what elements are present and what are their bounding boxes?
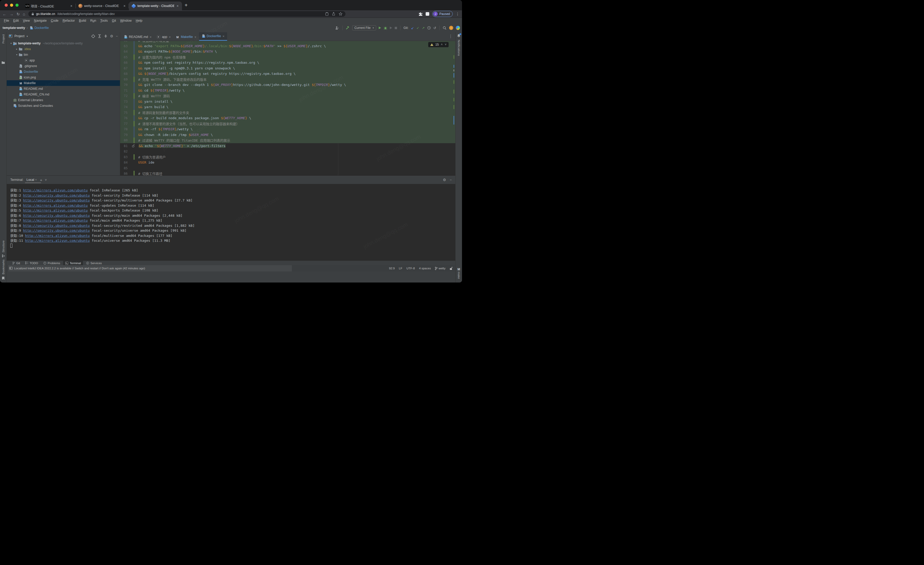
tree-item-template-wetty[interactable]: ▾template-wetty~/workspace/template-wett… [7,41,120,46]
structure-icon[interactable] [2,254,5,257]
expand-all-icon[interactable] [98,34,101,38]
code-line-71[interactable]: 71&& cd ${TMPDIR}/wetty \ [120,88,455,93]
terminal-link[interactable]: http://security.ubuntu.com/ubuntu [23,224,90,228]
tab-close-icon[interactable]: × [169,35,171,39]
code-line-82[interactable]: 82 [120,149,455,154]
code-line-63[interactable]: 63&& echo "export PATH=${USER_HOME}/.loc… [120,44,455,49]
tab-close-icon[interactable]: × [123,4,126,8]
editor-tab-README.md[interactable]: MDREADME.md× [121,33,154,41]
collapse-all-icon[interactable] [104,34,108,38]
new-terminal-icon[interactable]: + [40,178,42,182]
code-line-62[interactable]: 62# 设置路径环境变量 [120,41,455,44]
terminal-link[interactable]: http://mirrors.aliyun.com/ubuntu [23,204,87,207]
terminal-link[interactable]: http://mirrors.aliyun.com/ubuntu [23,209,87,212]
editor-tab-options-icon[interactable]: ⋮ [448,34,453,39]
toolwindow-terminal[interactable]: Terminal [63,261,83,266]
history-clock-icon[interactable] [427,26,431,30]
menu-code[interactable]: Code [49,18,60,23]
tree-item-ScratchesandConsoles[interactable]: Scratches and Consoles [7,103,120,109]
editor-tab-Dockerfile[interactable]: DDockerfile× [199,32,227,41]
share-icon[interactable] [332,12,335,16]
profile-chip[interactable]: J Paused [432,11,453,17]
tool-stripe-project[interactable]: Project [2,34,5,44]
close-icon[interactable]: × [35,178,37,182]
menu-edit[interactable]: Edit [11,18,21,23]
code-line-79[interactable]: 79&& chown -R ide:ide /tmp $USER_HOME \ [120,132,455,138]
url-bar[interactable]: go.titanide.cn/ide/web/coding/template-w… [28,11,345,17]
back-icon[interactable]: ← [3,12,6,16]
code-line-81[interactable]: 81&& echo "${WETTY_HOME}" > /etc/port-fi… [120,143,455,149]
clipboard-icon[interactable] [326,12,328,16]
terminal-link[interactable]: http://security.ubuntu.com/ubuntu [23,213,90,218]
terminal-link[interactable]: http://security.ubuntu.com/ubuntu [23,198,90,202]
code-line-85[interactable]: 85 [120,165,455,171]
tree-item-app[interactable]: app [7,57,120,63]
menu-file[interactable]: File [2,18,11,23]
rollback-icon[interactable]: ↺ [434,26,436,30]
side-panel-icon[interactable] [426,12,429,16]
editor-code-area[interactable]: 62# 设置路径环境变量63&& echo "export PATH=${USE… [120,41,455,176]
build-hammer-icon[interactable] [346,26,350,30]
terminal-link[interactable]: http://security.ubuntu.com/ubuntu [23,194,90,197]
code-line-75[interactable]: 75# 将源码复制到最终部署的文件夹 [120,110,455,116]
chevron-down-icon[interactable]: ▾ [27,35,28,38]
tab-close-icon[interactable]: × [176,4,179,8]
tab-close-icon[interactable]: × [70,4,73,8]
coverage-button[interactable] [390,27,392,29]
menu-git[interactable]: Git [110,18,118,23]
menu-run[interactable]: Run [88,18,98,23]
new-tab-button[interactable]: + [184,2,188,8]
toolwindow-todo[interactable]: TODO [23,261,40,266]
terminal-link[interactable]: http://mirrors.aliyun.com/ubuntu [23,218,87,222]
toolwindow-services[interactable]: Services [84,261,104,266]
extensions-puzzle-icon[interactable] [418,12,423,16]
project-panel-title[interactable]: Project [14,34,24,38]
bookmark-star-icon[interactable] [339,12,342,16]
terminal-dropdown-icon[interactable]: ˅ [45,178,47,182]
forward-icon[interactable]: → [9,12,14,16]
code-line-74[interactable]: 74&& yarn build \ [120,104,455,110]
tab-close-icon[interactable]: × [150,35,152,39]
cloudide-logo-icon[interactable] [456,26,460,30]
terminal-link[interactable]: http://mirrors.aliyun.com/ubuntu [25,239,90,242]
tab-close-icon[interactable]: × [222,34,225,38]
browser-tab[interactable]: wetty-source - CloudIDE× [76,2,129,11]
inspections-widget[interactable]: 15 ˄ ˅ [428,42,448,47]
tree-item-.gitignore[interactable]: .gitignore [7,63,120,69]
user-settings-icon[interactable] [335,26,339,30]
menu-view[interactable]: View [21,18,32,23]
toolwindow-problems[interactable]: Problems [41,261,62,266]
breadcrumb-project[interactable]: template-wetty [3,26,25,30]
file-encoding[interactable]: UTF-8 [406,267,415,270]
tab-close-icon[interactable]: × [194,35,196,39]
code-line-70[interactable]: 70&& git clone --branch dev --depth 1 ${… [120,82,455,88]
status-message[interactable]: Localized IntelliJ IDEA 2022.2.2 is avai… [14,267,145,270]
terminal-minimize-icon[interactable]: − [450,178,452,182]
close-window-button[interactable] [4,4,8,7]
tool-stripe-structure[interactable]: Structure [2,240,5,252]
code-line-64[interactable]: 64&& export PATH=${NODE_HOME}/bin:$PATH … [120,49,455,54]
terminal-output[interactable]: 获取:1 http://mirrors.aliyun.com/ubuntu fo… [7,184,455,261]
status-message-strip[interactable]: Localized IntelliJ IDEA 2022.2.2 is avai… [8,265,292,271]
tree-item-bin[interactable]: ▾bin [7,52,120,57]
terminal-link[interactable]: http://security.ubuntu.com/ubuntu [23,228,90,233]
tool-stripe-notifications[interactable]: Notifications [458,40,460,56]
update-available-icon[interactable]: ↑ [449,26,453,30]
terminal-link[interactable]: http://mirrors.aliyun.com/ubuntu [25,234,90,237]
code-line-78[interactable]: 78&& rm -rf ${TMPDIR}/wetty \ [120,126,455,132]
indent-setting[interactable]: 4 spaces [419,267,431,270]
bookmark-icon[interactable] [2,276,4,280]
tree-item-.idea[interactable]: ▸.idea [7,46,120,52]
tree-item-README_CN.md[interactable]: MDREADME_CN.md [7,92,120,97]
search-icon[interactable] [442,26,447,30]
browser-tab[interactable]: template-wetty - CloudIDE× [129,2,182,11]
menu-refactor[interactable]: Refactor [61,18,76,23]
browser-menu-icon[interactable]: ⋮ [456,12,459,16]
terminal-settings-gear-icon[interactable]: ⚙ [443,178,446,182]
code-line-65[interactable]: 65# 设置为国内的 npm 仓库镜像 [120,54,455,60]
tool-stripe-make[interactable]: make [458,272,460,279]
toolwindow-git[interactable]: Git [10,261,22,266]
minimize-window-button[interactable] [10,4,13,7]
browser-tab[interactable]: </>项目 - CloudIDE× [22,2,76,11]
unlock-icon[interactable] [450,267,453,270]
